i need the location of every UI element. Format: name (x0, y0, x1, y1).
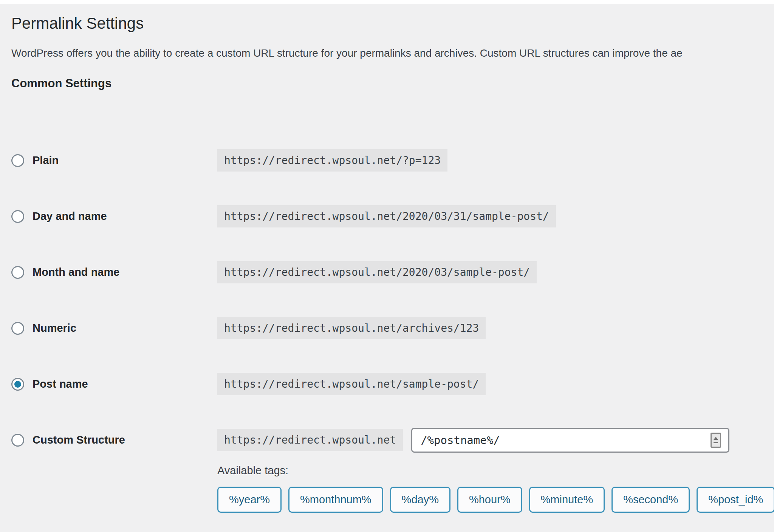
tag-button-hour[interactable]: %hour% (457, 487, 522, 513)
example-url-post-name: https://redirect.wpsoul.net/sample-post/ (217, 373, 486, 395)
tag-button-minute[interactable]: %minute% (529, 487, 605, 513)
input-scroll-stepper-icon[interactable] (711, 433, 721, 448)
example-url-numeric: https://redirect.wpsoul.net/archives/123 (217, 317, 486, 339)
common-settings-heading: Common Settings (11, 77, 763, 90)
option-label-day-and-name[interactable]: Day and name (33, 210, 107, 223)
permalink-settings-page: Permalink Settings WordPress offers you … (0, 14, 774, 513)
option-row-month-and-name: Month and name https://redirect.wpsoul.n… (11, 244, 763, 300)
example-url-day-and-name: https://redirect.wpsoul.net/2020/03/31/s… (217, 205, 556, 227)
radio-custom-structure[interactable] (11, 434, 24, 447)
option-row-numeric: Numeric https://redirect.wpsoul.net/arch… (11, 300, 763, 356)
example-url-plain: https://redirect.wpsoul.net/?p=123 (217, 149, 447, 172)
option-row-post-name: Post name https://redirect.wpsoul.net/sa… (11, 356, 763, 412)
radio-plain[interactable] (11, 154, 24, 167)
permalink-options-list: Plain https://redirect.wpsoul.net/?p=123… (11, 133, 763, 468)
example-url-month-and-name: https://redirect.wpsoul.net/2020/03/samp… (217, 261, 537, 283)
tag-button-monthnum[interactable]: %monthnum% (288, 487, 383, 513)
option-label-plain[interactable]: Plain (33, 154, 59, 167)
option-label-numeric[interactable]: Numeric (33, 322, 76, 334)
option-row-day-and-name: Day and name https://redirect.wpsoul.net… (11, 189, 763, 244)
custom-structure-url-prefix: https://redirect.wpsoul.net (217, 429, 403, 451)
option-row-plain: Plain https://redirect.wpsoul.net/?p=123 (11, 133, 763, 189)
radio-day-and-name[interactable] (11, 210, 24, 223)
option-label-post-name[interactable]: Post name (33, 378, 88, 390)
top-white-strip (0, 0, 774, 4)
available-tags-label: Available tags: (217, 464, 763, 477)
tag-button-post-id[interactable]: %post_id% (697, 487, 774, 513)
tag-button-day[interactable]: %day% (390, 487, 450, 513)
available-tags-row: %year% %monthnum% %day% %hour% %minute% … (217, 487, 763, 513)
option-label-month-and-name[interactable]: Month and name (33, 266, 119, 278)
radio-post-name[interactable] (11, 378, 24, 391)
intro-text: WordPress offers you the ability to crea… (11, 47, 763, 59)
option-label-custom-structure[interactable]: Custom Structure (33, 434, 125, 446)
page-title: Permalink Settings (11, 14, 763, 34)
available-tags-section: Available tags: %year% %monthnum% %day% … (217, 464, 763, 513)
radio-numeric[interactable] (11, 322, 24, 335)
tag-button-year[interactable]: %year% (217, 487, 282, 513)
option-row-custom-structure: Custom Structure https://redirect.wpsoul… (11, 412, 763, 468)
tag-button-second[interactable]: %second% (611, 487, 690, 513)
custom-structure-input[interactable] (411, 428, 729, 453)
radio-month-and-name[interactable] (11, 266, 24, 279)
